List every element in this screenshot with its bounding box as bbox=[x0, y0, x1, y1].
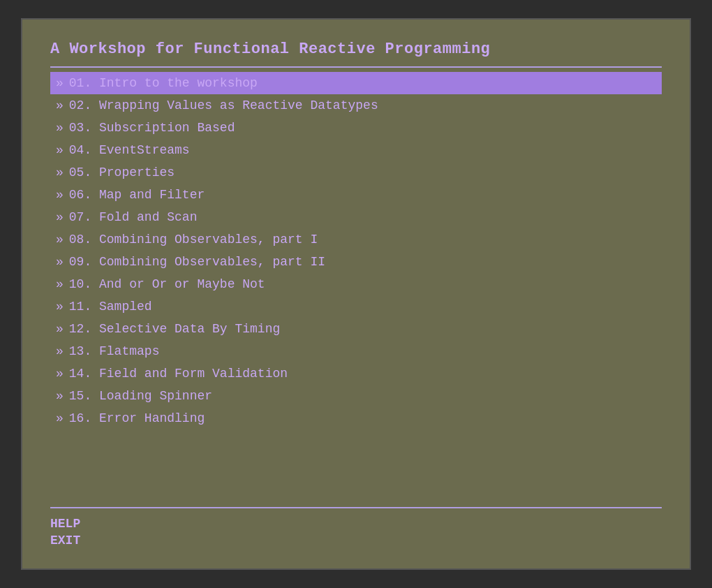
menu-item-16[interactable]: » 16. Error Handling bbox=[50, 407, 662, 429]
menu-item-label-07: 07. Fold and Scan bbox=[69, 210, 198, 224]
menu-item-14[interactable]: » 14. Field and Form Validation bbox=[50, 362, 662, 385]
bullet-icon-09: » bbox=[56, 255, 64, 269]
menu-item-label-16: 16. Error Handling bbox=[69, 411, 205, 425]
menu-item-label-04: 04. EventStreams bbox=[69, 143, 190, 157]
menu-item-label-05: 05. Properties bbox=[69, 166, 175, 179]
footer: HELP EXIT bbox=[50, 517, 662, 547]
menu-item-label-02: 02. Wrapping Values as Reactive Datatype… bbox=[69, 98, 378, 112]
menu-item-label-10: 10. And or Or or Maybe Not bbox=[69, 277, 265, 291]
menu-item-08[interactable]: » 08. Combining Observables, part I bbox=[50, 228, 662, 251]
bullet-icon-15: » bbox=[56, 389, 64, 403]
menu-item-04[interactable]: » 04. EventStreams bbox=[50, 139, 662, 161]
bullet-icon-16: » bbox=[56, 411, 64, 425]
menu-item-label-11: 11. Sampled bbox=[69, 300, 152, 314]
bullet-icon-03: » bbox=[56, 121, 64, 135]
menu-list: » 01. Intro to the workshop» 02. Wrappin… bbox=[50, 72, 662, 503]
menu-item-label-09: 09. Combining Observables, part II bbox=[69, 255, 325, 269]
bullet-icon-05: » bbox=[56, 166, 64, 179]
menu-item-label-01: 01. Intro to the workshop bbox=[69, 76, 258, 90]
menu-item-11[interactable]: » 11. Sampled bbox=[50, 295, 662, 318]
menu-item-01[interactable]: » 01. Intro to the workshop bbox=[50, 72, 662, 94]
menu-item-07[interactable]: » 07. Fold and Scan bbox=[50, 206, 662, 228]
bullet-icon-10: » bbox=[56, 277, 64, 291]
menu-item-label-13: 13. Flatmaps bbox=[69, 344, 160, 358]
bullet-icon-07: » bbox=[56, 210, 64, 224]
menu-item-15[interactable]: » 15. Loading Spinner bbox=[50, 385, 662, 407]
menu-item-09[interactable]: » 09. Combining Observables, part II bbox=[50, 251, 662, 273]
main-window: A Workshop for Functional Reactive Progr… bbox=[21, 18, 691, 570]
bullet-icon-06: » bbox=[56, 188, 64, 202]
exit-link[interactable]: EXIT bbox=[50, 534, 662, 547]
bottom-divider bbox=[50, 507, 662, 508]
help-link[interactable]: HELP bbox=[50, 517, 662, 531]
menu-item-02[interactable]: » 02. Wrapping Values as Reactive Dataty… bbox=[50, 94, 662, 117]
menu-item-label-15: 15. Loading Spinner bbox=[69, 389, 212, 403]
bullet-icon-04: » bbox=[56, 143, 64, 157]
menu-item-05[interactable]: » 05. Properties bbox=[50, 161, 662, 184]
menu-item-label-06: 06. Map and Filter bbox=[69, 188, 205, 202]
menu-item-10[interactable]: » 10. And or Or or Maybe Not bbox=[50, 273, 662, 295]
menu-item-label-03: 03. Subscription Based bbox=[69, 121, 235, 135]
top-divider bbox=[50, 66, 662, 68]
bullet-icon-13: » bbox=[56, 344, 64, 358]
menu-item-label-14: 14. Field and Form Validation bbox=[69, 367, 288, 381]
bullet-icon-12: » bbox=[56, 322, 64, 336]
menu-item-label-12: 12. Selective Data By Timing bbox=[69, 322, 280, 336]
menu-item-06[interactable]: » 06. Map and Filter bbox=[50, 184, 662, 206]
menu-item-03[interactable]: » 03. Subscription Based bbox=[50, 117, 662, 139]
bullet-icon-02: » bbox=[56, 98, 64, 112]
bullet-icon-14: » bbox=[56, 367, 64, 381]
bullet-icon-01: » bbox=[56, 76, 64, 90]
menu-item-12[interactable]: » 12. Selective Data By Timing bbox=[50, 318, 662, 340]
bullet-icon-08: » bbox=[56, 233, 64, 247]
page-title: A Workshop for Functional Reactive Progr… bbox=[50, 41, 662, 58]
menu-item-13[interactable]: » 13. Flatmaps bbox=[50, 340, 662, 362]
menu-item-label-08: 08. Combining Observables, part I bbox=[69, 233, 318, 247]
bullet-icon-11: » bbox=[56, 300, 64, 314]
